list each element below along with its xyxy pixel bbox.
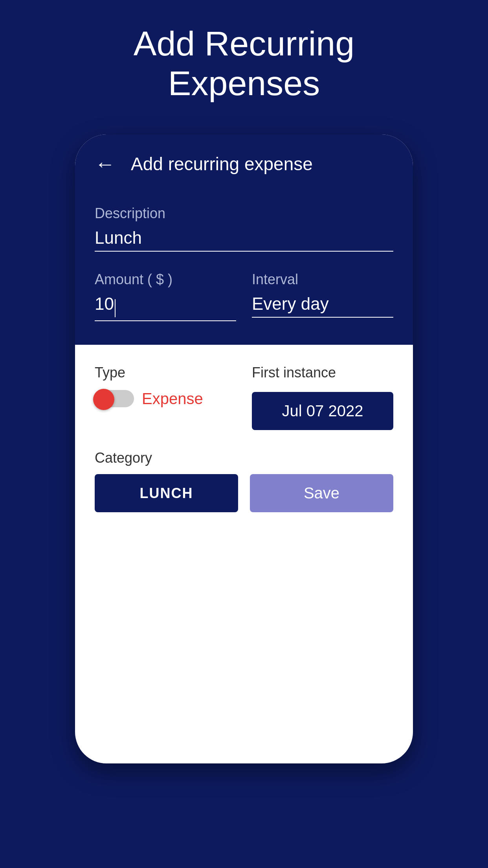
type-date-row: Type Expense First instance Jul 07 2022: [95, 364, 393, 430]
toggle-label: Expense: [142, 390, 203, 408]
description-label: Description: [95, 205, 393, 222]
expense-toggle[interactable]: [95, 389, 134, 408]
description-field: Description: [95, 205, 393, 252]
phone-frame: ← Add recurring expense Description Amou…: [75, 134, 413, 763]
type-label: Type: [95, 364, 236, 381]
first-instance-field: First instance Jul 07 2022: [252, 364, 393, 430]
amount-value: 10: [95, 294, 114, 313]
description-input[interactable]: [95, 228, 393, 252]
dark-form-section: Description Amount ( $ ) 10 Interval: [75, 193, 413, 345]
type-toggle-row: Expense: [95, 389, 236, 408]
category-save-row: LUNCH Save: [95, 474, 393, 512]
toggle-thumb: [93, 389, 114, 410]
white-form-section: Type Expense First instance Jul 07 2022 …: [75, 345, 413, 536]
date-picker-button[interactable]: Jul 07 2022: [252, 392, 393, 430]
page-title: Add Recurring Expenses: [87, 24, 401, 103]
save-button[interactable]: Save: [250, 474, 393, 512]
category-label: Category: [95, 450, 393, 466]
amount-interval-row: Amount ( $ ) 10 Interval: [95, 271, 393, 321]
app-bar: ← Add recurring expense: [75, 134, 413, 193]
first-instance-label: First instance: [252, 364, 393, 381]
amount-label: Amount ( $ ): [95, 271, 236, 288]
interval-field: Interval: [252, 271, 393, 321]
app-bar-title: Add recurring expense: [131, 153, 313, 175]
cursor-blink: [115, 299, 116, 317]
category-button[interactable]: LUNCH: [95, 474, 238, 512]
amount-field: Amount ( $ ) 10: [95, 271, 236, 321]
type-field: Type Expense: [95, 364, 236, 430]
back-button[interactable]: ←: [95, 154, 115, 174]
interval-input[interactable]: [252, 294, 393, 318]
interval-label: Interval: [252, 271, 393, 288]
